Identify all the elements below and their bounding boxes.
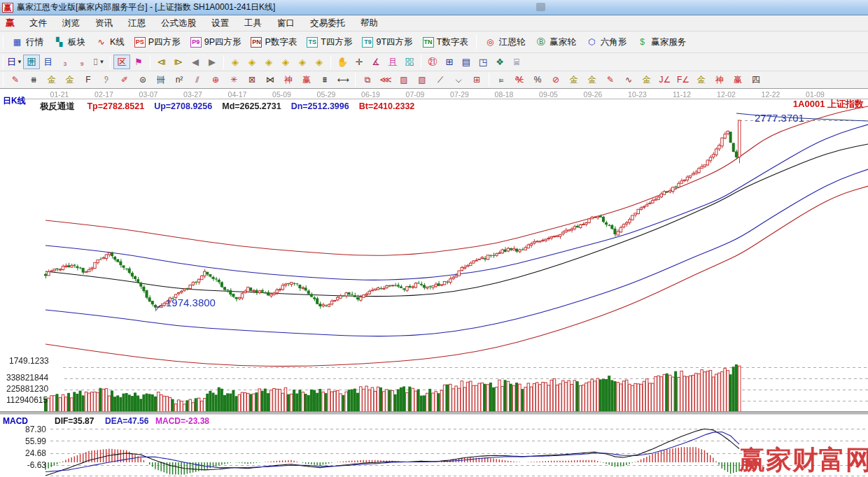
toolbar-separator xyxy=(223,55,224,69)
kline-period-dropdown[interactable]: 日▼ xyxy=(6,55,23,69)
diamond-zoom-in-button[interactable]: ◈ xyxy=(294,55,311,69)
spider-web-button[interactable]: ✳ xyxy=(225,73,243,87)
calendar-button[interactable]: ㉑ xyxy=(424,55,441,69)
session-grid-button[interactable]: 区 xyxy=(113,55,130,69)
ying-angle-button[interactable]: 赢 xyxy=(729,73,747,87)
menu-item-江恩[interactable]: 江恩 xyxy=(120,15,153,31)
cloud-tool-button[interactable]: 㗊 xyxy=(401,55,418,69)
menu-item-资讯[interactable]: 资讯 xyxy=(88,15,120,31)
f-grid-button[interactable]: F xyxy=(79,73,97,87)
gann-fan-button[interactable]: ⫽ xyxy=(188,73,206,87)
menu-item-窗口[interactable]: 窗口 xyxy=(270,15,302,31)
p-number-table-button[interactable]: PNP数字表 xyxy=(246,34,302,50)
ying-grid-button[interactable]: 赢 xyxy=(298,73,316,87)
chart-globe-button[interactable]: ❖ xyxy=(491,55,508,69)
candle-style-dropdown[interactable]: ⌷▼ xyxy=(90,55,107,69)
9p-square-button[interactable]: P99P四方形 xyxy=(186,34,246,50)
gold-grid2-button[interactable]: 金 xyxy=(61,73,79,87)
k-marks-button[interactable]: ⋈ xyxy=(261,73,279,87)
hexagon-button[interactable]: ⬡六角形 xyxy=(581,34,632,50)
bar9-chart-button[interactable]: ₉ xyxy=(74,55,90,69)
grid-box2-button[interactable]: ▧ xyxy=(413,73,431,87)
p-square-button[interactable]: PSP四方形 xyxy=(130,34,186,50)
9t-square-button[interactable]: T99T四方形 xyxy=(357,34,417,50)
wave-tool-button[interactable]: ∿ xyxy=(620,73,638,87)
save-floppy-button[interactable]: ◳ xyxy=(475,55,491,69)
info-board-button[interactable]: 目 xyxy=(40,55,57,69)
bar3-chart-icon: ₃ xyxy=(63,57,66,67)
diamond-compress-button[interactable]: ◈ xyxy=(277,55,294,69)
j-angle-button[interactable]: J∠ xyxy=(656,73,674,87)
shen-grid-button[interactable]: 神 xyxy=(279,73,298,87)
bar3-chart-button[interactable]: ₃ xyxy=(57,55,74,69)
menu-item-设置[interactable]: 设置 xyxy=(204,15,237,31)
kline-icon: ∿ xyxy=(95,36,107,48)
toolbar-button-label: T四方形 xyxy=(321,36,352,48)
rect-tool-button[interactable]: ⧉ xyxy=(358,73,377,87)
crosshair-button[interactable]: ✛ xyxy=(351,55,368,69)
pencil2-tool-button[interactable]: ✐ xyxy=(115,73,134,87)
pencil-angle-button[interactable]: ✎ xyxy=(601,73,620,87)
hand-drag-button[interactable]: ✋ xyxy=(334,55,351,69)
hash-grid-button[interactable]: 卌 xyxy=(152,73,170,87)
menu-item-浏览[interactable]: 浏览 xyxy=(55,15,88,31)
first-page-button[interactable]: ⧏ xyxy=(153,55,170,69)
circle-grid-button[interactable]: ⊜ xyxy=(134,73,152,87)
diamond-zoom-out-button[interactable]: ◈ xyxy=(311,55,328,69)
number-grid-button[interactable]: ⩩ xyxy=(316,73,334,87)
title-bar[interactable]: 赢 赢家江恩专业版[赢家内部服务平台] - [上证指数 SH1A0001-241… xyxy=(0,0,868,15)
n2-grid-button[interactable]: n² xyxy=(170,73,188,87)
winner-service-button[interactable]: $赢家服务 xyxy=(631,34,691,50)
percent-circle-button[interactable]: ⊘ xyxy=(547,73,565,87)
percent-line-button[interactable]: ℀ xyxy=(510,73,528,87)
color-flag-button[interactable]: ⚑ xyxy=(130,55,147,69)
gann-wheel-button[interactable]: ◎江恩轮 xyxy=(479,34,531,50)
diamond-shift-right-button[interactable]: ◈ xyxy=(244,55,260,69)
quote-button[interactable]: ▦行情 xyxy=(6,34,48,50)
check-wave-button[interactable]: ⌵ xyxy=(449,73,468,87)
t-number-table-button[interactable]: TNT数字表 xyxy=(418,34,473,50)
diamond-shift-left-button[interactable]: ◈ xyxy=(227,55,244,69)
fan-lines-button[interactable]: ⋘ xyxy=(377,73,395,87)
gold-angle2-button[interactable]: 金 xyxy=(692,73,710,87)
window-control-icon[interactable] xyxy=(536,3,545,11)
gold-line-button[interactable]: 金 xyxy=(583,73,601,87)
last-page-button[interactable]: ⧐ xyxy=(170,55,187,69)
menu-item-工具[interactable]: 工具 xyxy=(237,15,270,31)
chart-cart-button[interactable]: ⌸ xyxy=(508,55,525,69)
percent-button[interactable]: % xyxy=(528,73,547,87)
dense-grid-button[interactable]: ⊞ xyxy=(468,73,486,87)
prev-button[interactable]: ◀ xyxy=(187,55,204,69)
sector-button[interactable]: ▚板块 xyxy=(48,34,90,50)
grid-style-button[interactable]: 囲 xyxy=(23,55,40,69)
si-angle-button[interactable]: 四 xyxy=(747,73,765,87)
menu-item-文件[interactable]: 文件 xyxy=(22,15,55,31)
angle-measure-button[interactable]: ∡ xyxy=(368,55,384,69)
menu-item-公式选股[interactable]: 公式选股 xyxy=(153,15,204,31)
calculator-button[interactable]: ⊞ xyxy=(441,55,458,69)
hist-levels-button[interactable]: ⫢ xyxy=(492,73,510,87)
diamond-expand-button[interactable]: ◈ xyxy=(260,55,277,69)
gann-grid-button[interactable]: ⧻ xyxy=(24,73,43,87)
menu-item-交易委托[interactable]: 交易委托 xyxy=(302,15,353,31)
gold-grid-button[interactable]: 金 xyxy=(43,73,61,87)
magnet-tool-button[interactable]: 且 xyxy=(384,55,401,69)
f-angle-button[interactable]: F∠ xyxy=(674,73,692,87)
gold-circle-button[interactable]: 金 xyxy=(565,73,583,87)
pencil-tool-button[interactable]: ✎ xyxy=(6,73,24,87)
kline-button[interactable]: ∿K线 xyxy=(90,34,130,50)
gann-target-button[interactable]: ⊕ xyxy=(206,73,225,87)
panel-splitter[interactable] xyxy=(0,411,868,415)
grid-box1-button[interactable]: ▨ xyxy=(395,73,413,87)
t-square-button[interactable]: TST四方形 xyxy=(302,34,357,50)
winner-wheel-button[interactable]: Ⓑ赢家轮 xyxy=(530,34,581,50)
next-button[interactable]: ▶ xyxy=(204,55,220,69)
web-square-button[interactable]: ⊠ xyxy=(243,73,261,87)
menu-item-帮助[interactable]: 帮助 xyxy=(353,15,386,31)
notes-button[interactable]: ▤ xyxy=(458,55,475,69)
width-measure-button[interactable]: ⟷ xyxy=(334,73,352,87)
gold-angle-button[interactable]: 金 xyxy=(638,73,656,87)
spiral-tool-button[interactable]: ᠀ xyxy=(97,73,115,87)
shen-angle-button[interactable]: 神 xyxy=(710,73,729,87)
trend-line-button[interactable]: ⟋ xyxy=(431,73,449,87)
